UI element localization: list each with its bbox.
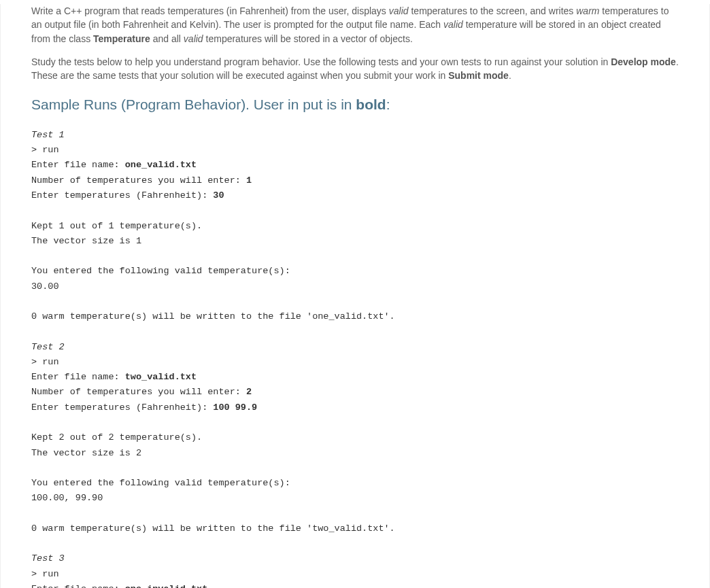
text: . — [509, 70, 511, 81]
test-title: Test 3 — [31, 553, 65, 564]
run-prompt: > run — [31, 569, 59, 579]
warm-line: 0 warm temperature(s) will be written to… — [31, 523, 395, 534]
file-prompt-label: Enter file name: — [31, 160, 125, 170]
user-input-filename: one_valid.txt — [125, 160, 197, 170]
sample-runs-heading: Sample Runs (Program Behavior). User in … — [31, 94, 679, 115]
temps-prompt-label: Enter temperatures (Fahrenheit): — [31, 402, 213, 413]
entered-header: You entered the following valid temperat… — [31, 478, 290, 488]
count-prompt-label: Number of temperatures you will enter: — [31, 387, 246, 397]
text: and all — [150, 33, 184, 44]
user-input-filename: two_valid.txt — [125, 372, 197, 382]
sample-runs-output: Test 1 > run Enter file name: one_valid.… — [31, 128, 679, 588]
intro-paragraph-1: Write a C++ program that reads temperatu… — [31, 4, 679, 46]
bold-submit-mode: Submit mode — [448, 70, 509, 81]
entered-values: 100.00, 99.90 — [31, 493, 103, 503]
text: Study the tests below to help you unders… — [31, 56, 611, 67]
temps-prompt-label: Enter temperatures (Fahrenheit): — [31, 190, 213, 201]
test-title: Test 2 — [31, 342, 65, 352]
entered-values: 30.00 — [31, 281, 59, 292]
intro-section: Write a C++ program that reads temperatu… — [31, 4, 679, 82]
heading-bold: bold — [356, 97, 386, 112]
kept-line: Kept 1 out of 1 temperature(s). — [31, 221, 202, 231]
text: temperatures to the screen, and writes — [409, 5, 577, 16]
user-input-filename: one_invalid.txt — [125, 584, 208, 588]
italic-valid: valid — [443, 19, 463, 30]
text: Write a C++ program that reads temperatu… — [31, 5, 389, 16]
italic-valid: valid — [184, 33, 203, 44]
italic-warm: warm — [576, 5, 599, 16]
kept-line: Kept 2 out of 2 temperature(s). — [31, 432, 202, 443]
count-prompt-label: Number of temperatures you will enter: — [31, 175, 246, 186]
bold-develop-mode: Develop mode — [611, 56, 676, 67]
user-input-temps: 30 — [213, 190, 224, 201]
text: temperatures will be stored in a vector … — [203, 33, 413, 44]
user-input-count: 2 — [246, 387, 252, 397]
file-prompt-label: Enter file name: — [31, 584, 125, 588]
user-input-temps: 100 99.9 — [213, 402, 257, 413]
heading-prefix: Sample Runs (Program Behavior). User in … — [31, 97, 356, 112]
file-prompt-label: Enter file name: — [31, 372, 125, 382]
italic-valid: valid — [389, 5, 409, 16]
warm-line: 0 warm temperature(s) will be written to… — [31, 311, 395, 322]
bold-temperature-class: Temperature — [93, 33, 150, 44]
test-title: Test 1 — [31, 130, 65, 140]
heading-suffix: : — [386, 97, 390, 112]
intro-paragraph-2: Study the tests below to help you unders… — [31, 55, 679, 83]
vector-line: The vector size is 2 — [31, 448, 141, 458]
document-page: Write a C++ program that reads temperatu… — [0, 4, 710, 588]
entered-header: You entered the following valid temperat… — [31, 266, 290, 276]
run-prompt: > run — [31, 357, 59, 367]
user-input-count: 1 — [246, 175, 252, 186]
vector-line: The vector size is 1 — [31, 236, 141, 246]
run-prompt: > run — [31, 145, 59, 155]
